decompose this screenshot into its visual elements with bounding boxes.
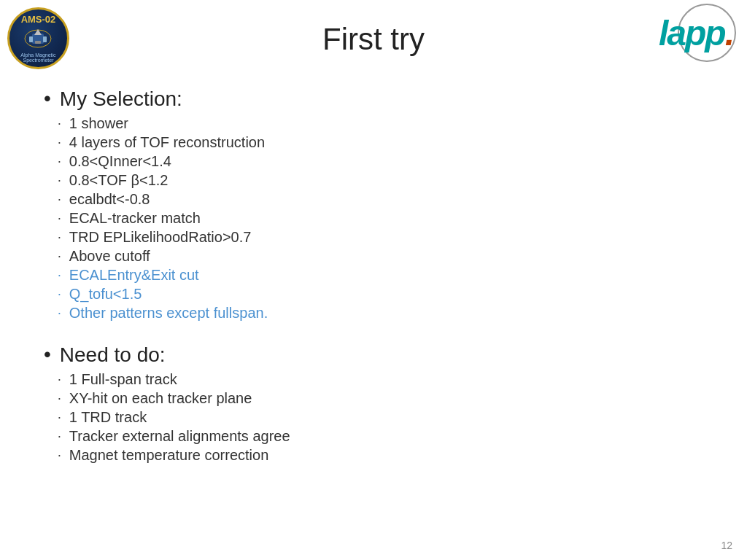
bullet-dot: • xyxy=(58,452,61,459)
bullet-dot: • xyxy=(58,177,61,184)
list-item: • ECAL-tracker match xyxy=(44,210,703,227)
bullet-dot: • xyxy=(58,139,61,146)
need-section: • Need to do: • 1 Full-span track • XY-h… xyxy=(44,343,703,464)
bullet-dot: • xyxy=(58,395,61,402)
ams-badge-title: AMS-02 xyxy=(21,14,56,26)
slide-title: First try xyxy=(0,22,747,57)
slide-content: • My Selection: • 1 shower • 4 layers of… xyxy=(44,88,703,478)
list-item: • XY-hit on each tracker plane xyxy=(44,390,703,407)
bullet-dot: • xyxy=(58,291,61,298)
lapp-logo: lapp. xyxy=(656,7,736,58)
bullet-dot: • xyxy=(58,272,61,279)
need-header: • Need to do: xyxy=(44,343,703,367)
bullet-dot: • xyxy=(58,158,61,165)
list-item-above-cutoff: • Above cutoff xyxy=(44,248,703,265)
list-item-tracker-alignments: • Tracker external alignments agree xyxy=(44,428,703,445)
bullet-dot-main: • xyxy=(44,343,51,366)
bullet-dot: • xyxy=(58,414,61,421)
page-number: 12 xyxy=(721,540,732,551)
bullet-dot: • xyxy=(58,376,61,383)
bullet-dot: • xyxy=(58,215,61,222)
list-item: • ecalbdt<-0.8 xyxy=(44,191,703,208)
list-item: • 0.8<TOF β<1.2 xyxy=(44,172,703,189)
selection-header: • My Selection: xyxy=(44,88,703,111)
lapp-text: lapp xyxy=(659,13,725,53)
list-item-blue: • Other patterns except fullspan. xyxy=(44,305,703,322)
list-item: • 1 TRD track xyxy=(44,409,703,426)
bullet-dot-main: • xyxy=(44,88,51,110)
list-item: • Magnet temperature correction xyxy=(44,447,703,464)
bullet-dot: • xyxy=(58,196,61,203)
list-item: • 4 layers of TOF reconstruction xyxy=(44,134,703,151)
bullet-dot: • xyxy=(58,234,61,241)
bullet-dot: • xyxy=(58,253,61,260)
bullet-dot: • xyxy=(58,120,61,127)
bullet-dot: • xyxy=(58,310,61,316)
list-item-blue: • ECALEntry&Exit cut xyxy=(44,267,703,284)
list-item-blue: • Q_tofu<1.5 xyxy=(44,286,703,303)
ams-badge-sub2: Spectrometer xyxy=(23,58,53,63)
list-item: • TRD EPLikelihoodRatio>0.7 xyxy=(44,229,703,246)
list-item: • 1 shower xyxy=(44,115,703,132)
selection-section: • My Selection: • 1 shower • 4 layers of… xyxy=(44,88,703,322)
bullet-dot: • xyxy=(58,433,61,440)
list-item: • 1 Full-span track xyxy=(44,371,703,388)
lapp-dot: . xyxy=(725,13,733,53)
list-item: • 0.8<QInner<1.4 xyxy=(44,153,703,170)
